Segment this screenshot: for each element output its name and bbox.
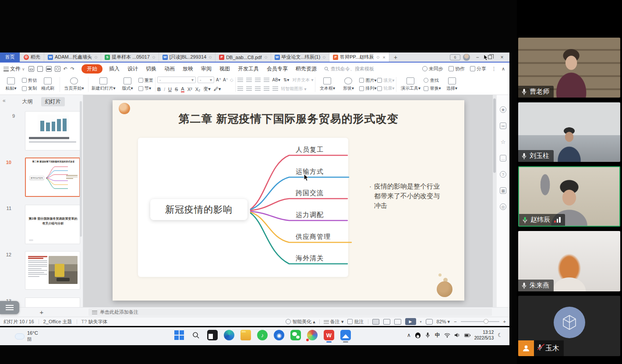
user-avatar[interactable]: [463, 54, 470, 61]
settings-tool-icon[interactable]: ◎: [500, 203, 506, 210]
font-size-select[interactable]: -▾: [198, 77, 214, 83]
ribbon-tab-transition[interactable]: 切换: [142, 65, 160, 73]
reading-view-button[interactable]: [394, 319, 401, 325]
tab-doc-active[interactable]: P答辩PP...赵纬辰×: [329, 52, 389, 62]
window-list-badge[interactable]: 6: [450, 54, 460, 60]
participant-video[interactable]: 刘玉柱: [518, 102, 620, 162]
mindmap-branch-label[interactable]: 跨国交流: [296, 189, 324, 197]
sync-status[interactable]: 未同步: [422, 66, 443, 72]
bold-button[interactable]: B: [157, 87, 161, 92]
tencent-classroom-app[interactable]: [307, 330, 318, 343]
align-text-button[interactable]: 对齐文本▾: [292, 77, 313, 83]
to-smart-graphic-button[interactable]: 转智能图形▾: [281, 86, 307, 92]
find-button[interactable]: 查找: [424, 77, 441, 84]
slide-sorter-view-button[interactable]: [383, 319, 390, 325]
ribbon-tab-slideshow[interactable]: 放映: [179, 65, 197, 73]
line-spacing-button[interactable]: ⇅▾: [283, 77, 289, 82]
fill-button[interactable]: 填充▾: [377, 77, 394, 84]
print-preview-icon[interactable]: [55, 66, 60, 72]
slide-thumb-9[interactable]: [25, 111, 80, 150]
notes-field[interactable]: 单击此处添加备注: [88, 308, 492, 316]
export-image-icon[interactable]: ▦: [500, 187, 506, 194]
format-painter-button[interactable]: 格式刷: [38, 75, 58, 94]
italic-button[interactable]: I: [164, 87, 165, 92]
notes-toggle-button[interactable]: 备注 ▾: [324, 318, 344, 325]
battery-icon[interactable]: [464, 332, 470, 338]
qq-tray-icon[interactable]: [415, 332, 421, 338]
slideshow-play-button[interactable]: ▶: [405, 318, 416, 325]
tab-pin-icon[interactable]: [265, 56, 267, 59]
shapes-button[interactable]: 形状▾: [338, 75, 358, 94]
arrange-button[interactable]: 排列▾: [359, 85, 376, 91]
meeting-app[interactable]: ◉: [273, 330, 285, 343]
tab-doc-3[interactable]: W[只读]BL..299314: [159, 52, 216, 62]
tab-pin-icon[interactable]: [323, 56, 325, 59]
superscript-button[interactable]: X²: [187, 87, 192, 92]
normal-view-button[interactable]: [372, 319, 379, 325]
tencent-docs-app[interactable]: [340, 330, 351, 343]
fit-to-window-icon[interactable]: [426, 319, 433, 325]
align-center-icon[interactable]: [246, 87, 252, 91]
participant-video[interactable]: 朱来燕: [518, 231, 620, 291]
play-dropdown-icon[interactable]: ▾: [420, 320, 422, 324]
phonetic-button[interactable]: 变▾: [203, 86, 211, 92]
properties-tool-icon[interactable]: ≔: [500, 122, 506, 129]
tab-pin-icon[interactable]: [95, 56, 97, 59]
align-left-icon[interactable]: [237, 87, 243, 91]
taskbar-weather-widget[interactable]: 16°C 阴: [15, 330, 38, 343]
tab-doc-2[interactable]: S提单样本 ...05017: [101, 52, 159, 62]
ribbon-tab-member[interactable]: 会员专享: [263, 65, 292, 73]
canvas-vscroll-thumb[interactable]: [493, 98, 496, 173]
textbox-button[interactable]: 文本框▾: [317, 75, 337, 94]
more-menu-icon[interactable]: ⋮: [491, 66, 496, 72]
volume-icon[interactable]: [454, 332, 460, 338]
select-button[interactable]: 选择▾: [442, 75, 462, 94]
ribbon-tab-design[interactable]: 设计: [124, 65, 142, 73]
zoom-slider[interactable]: [461, 321, 499, 322]
ribbon-tab-insert[interactable]: 插入: [105, 65, 124, 73]
microphone-tray-icon[interactable]: [425, 332, 431, 338]
cut-button[interactable]: 剪切: [22, 77, 37, 84]
ribbon-tab-devtools[interactable]: 开发工具: [234, 65, 263, 73]
underline-button[interactable]: U: [168, 87, 172, 92]
photos-viewer-app[interactable]: [207, 330, 218, 343]
docer-tool-icon[interactable]: ❀: [500, 106, 506, 113]
present-tools-button[interactable]: 演示工具▾: [398, 75, 423, 94]
tab-pin-icon[interactable]: [209, 56, 212, 59]
ribbon-tab-start[interactable]: 开始: [81, 64, 102, 74]
missing-font-warning[interactable]: T? 缺失字体: [81, 318, 108, 325]
zoom-in-button[interactable]: +: [503, 319, 506, 324]
ime-indicator[interactable]: 中: [435, 332, 440, 339]
play-from-page-button[interactable]: 当页开始▾: [62, 75, 86, 94]
ribbon-tab-review[interactable]: 审阅: [197, 65, 216, 73]
collapse-ribbon-icon[interactable]: ∧: [502, 66, 505, 72]
strike-button[interactable]: S: [175, 87, 178, 92]
comment-tool-icon[interactable]: …: [500, 155, 506, 161]
mindmap-branch-label[interactable]: 供应商管理: [296, 233, 331, 241]
smart-beautify-button[interactable]: 智能美化 ▴: [286, 318, 315, 325]
collapse-panel-icon[interactable]: «: [3, 98, 6, 104]
theme-name[interactable]: 2_Office 主题: [43, 318, 72, 325]
increase-font-button[interactable]: A⁺: [216, 77, 221, 82]
number-list-icon[interactable]: [246, 78, 252, 82]
paste-button[interactable]: 粘贴▾: [1, 75, 21, 94]
section-button[interactable]: 节▾: [138, 85, 153, 91]
file-menu[interactable]: 文件∨: [4, 65, 25, 73]
close-button[interactable]: ×: [497, 54, 507, 61]
tab-doc-5[interactable]: W毕业论文...纬辰(1): [271, 52, 330, 62]
zoom-out-button[interactable]: −: [454, 319, 456, 324]
tab-close-icon[interactable]: ×: [383, 55, 385, 60]
mindmap-branch-label[interactable]: 运输方式: [296, 168, 324, 176]
participant-video[interactable]: 曹老师: [518, 38, 620, 98]
tab-pin-icon[interactable]: [152, 56, 155, 59]
wps-office-app[interactable]: W: [323, 330, 335, 343]
ribbon-tab-docer-res[interactable]: 稻壳资源: [292, 65, 321, 73]
mindmap-center-node[interactable]: 新冠疫情的影响: [150, 199, 247, 220]
indent-decrease-icon[interactable]: [255, 78, 261, 82]
zoom-level[interactable]: 82% ▾: [437, 319, 450, 325]
slide-title[interactable]: 第二章 新冠疫情下国际服务贸易的形式改变: [113, 112, 464, 126]
font-color-button[interactable]: A: [181, 86, 184, 92]
ribbon-tab-view[interactable]: 视图: [216, 65, 234, 73]
new-slide-button[interactable]: 新建幻灯片▾: [90, 75, 117, 94]
bullet-list-icon[interactable]: [237, 78, 243, 82]
